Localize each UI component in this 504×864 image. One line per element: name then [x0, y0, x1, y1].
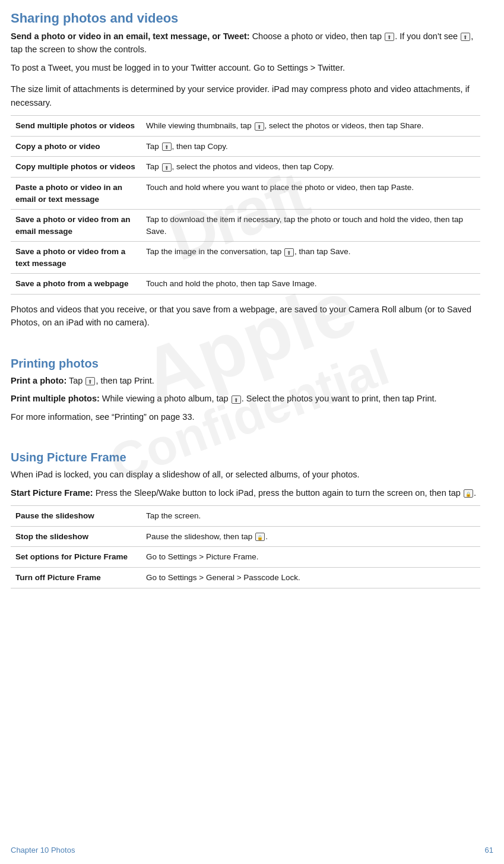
picture-frame-title: Using Picture Frame: [11, 451, 480, 464]
lock-icon-2: [255, 533, 265, 541]
table-cell-desc: Tap the screen.: [141, 506, 480, 527]
share-icon-2: [461, 33, 470, 41]
table-row: Copy multiple photos or videos Tap , sel…: [11, 157, 480, 178]
table-cell-label: Paste a photo or video in an email or te…: [11, 178, 141, 210]
printing-para1-bold: Print a photo:: [11, 376, 66, 385]
table-cell-desc: While viewing thumbnails, tap , select t…: [141, 116, 480, 137]
sharing-table: Send multiple photos or videos While vie…: [11, 115, 480, 295]
table-row: Save a photo from a webpage Touch and ho…: [11, 274, 480, 295]
share-icon-7: [85, 377, 95, 385]
table-cell-desc: Pause the slideshow, then tap .: [141, 526, 480, 547]
table-cell-label: Turn off Picture Frame: [11, 567, 141, 588]
share-icon-8: [232, 395, 241, 404]
printing-para2: Print multiple photos: While viewing a p…: [11, 392, 480, 405]
printing-para3: For more information, see “Printing” on …: [11, 410, 480, 423]
lock-icon: [464, 489, 473, 498]
sharing-para3: The size limit of attachments is determi…: [11, 83, 480, 109]
table-cell-desc: Touch and hold where you want to place t…: [141, 178, 480, 210]
table-row: Copy a photo or video Tap , then tap Cop…: [11, 136, 480, 157]
picture-frame-para2-bold: Start Picture Frame:: [11, 488, 93, 498]
sharing-title: Sharing photos and videos: [11, 11, 480, 26]
printing-para1-rest: Tap , then tap Print.: [69, 376, 154, 385]
table-cell-label: Stop the slideshow: [11, 526, 141, 547]
table-cell-label: Save a photo from a webpage: [11, 274, 141, 295]
table-row: Send multiple photos or videos While vie…: [11, 116, 480, 137]
table-cell-desc: Touch and hold the photo, then tap Save …: [141, 274, 480, 295]
share-icon-4: [162, 143, 172, 151]
table-row: Turn off Picture Frame Go to Settings > …: [11, 567, 480, 588]
table-row: Set options for Picture Frame Go to Sett…: [11, 547, 480, 568]
sharing-para1: Send a photo or video in an email, text …: [11, 30, 480, 56]
table-cell-label: Copy a photo or video: [11, 136, 141, 157]
table-cell-desc: Tap , then tap Copy.: [141, 136, 480, 157]
sharing-para1-bold: Send a photo or video in an email, text …: [11, 31, 250, 41]
footer-left: Chapter 10 Photos: [11, 846, 75, 854]
share-icon-5: [162, 163, 172, 172]
footer-right: 61: [485, 846, 493, 854]
printing-para2-bold: Print multiple photos:: [11, 394, 100, 403]
table-cell-desc: Go to Settings > Picture Frame.: [141, 547, 480, 568]
table-row: Save a photo or video from a text messag…: [11, 242, 480, 274]
table-row: Pause the slideshow Tap the screen.: [11, 506, 480, 527]
table-cell-desc: Tap to download the item if necessary, t…: [141, 210, 480, 242]
share-icon-6: [284, 248, 294, 257]
share-icon: [385, 33, 394, 41]
printing-para1: Print a photo: Tap , then tap Print.: [11, 374, 480, 387]
table-cell-label: Copy multiple photos or videos: [11, 157, 141, 178]
table-row: Stop the slideshow Pause the slideshow, …: [11, 526, 480, 547]
table-cell-label: Save a photo or video from an email mess…: [11, 210, 141, 242]
page-footer: Chapter 10 Photos 61: [0, 846, 504, 854]
table-row: Save a photo or video from an email mess…: [11, 210, 480, 242]
picture-frame-table: Pause the slideshow Tap the screen. Stop…: [11, 505, 480, 588]
page-content: Draft Apple Confidential Sharing photos …: [0, 0, 504, 621]
table-cell-label: Pause the slideshow: [11, 506, 141, 527]
table-cell-desc: Go to Settings > General > Passcode Lock…: [141, 567, 480, 588]
share-icon-3: [255, 122, 264, 131]
sharing-para2: To post a Tweet, you must be logged in t…: [11, 61, 480, 74]
printing-para2-rest: While viewing a photo album, tap . Selec…: [102, 394, 437, 403]
table-cell-desc: Tap , select the photos and videos, then…: [141, 157, 480, 178]
sharing-para4: Photos and videos that you receive, or t…: [11, 303, 480, 330]
picture-frame-para2-rest: Press the Sleep/Wake button to lock iPad…: [96, 488, 476, 498]
picture-frame-para2: Start Picture Frame: Press the Sleep/Wak…: [11, 486, 480, 499]
table-row: Paste a photo or video in an email or te…: [11, 178, 480, 210]
table-cell-label: Set options for Picture Frame: [11, 547, 141, 568]
printing-title: Printing photos: [11, 357, 480, 371]
table-cell-desc: Tap the image in the conversation, tap ,…: [141, 242, 480, 274]
table-cell-label: Send multiple photos or videos: [11, 116, 141, 137]
table-cell-label: Save a photo or video from a text messag…: [11, 242, 141, 274]
picture-frame-para1: When iPad is locked, you can display a s…: [11, 468, 480, 481]
